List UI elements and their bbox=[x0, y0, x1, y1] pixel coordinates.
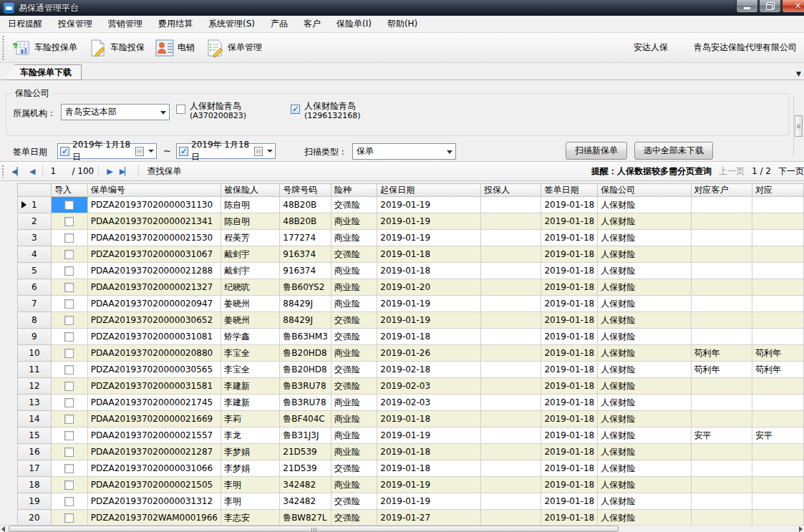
cell-plate[interactable]: 88429J bbox=[280, 312, 331, 329]
cell-insured[interactable]: 姜晓州 bbox=[221, 296, 280, 312]
cell-plate[interactable]: 916374 bbox=[280, 246, 331, 263]
cell-customer2[interactable] bbox=[752, 296, 804, 312]
cell-applicant[interactable] bbox=[481, 263, 541, 279]
cell-sign[interactable]: 2019-01-18 bbox=[541, 345, 598, 362]
cell-policy[interactable]: PDAA201937020000020947 bbox=[87, 296, 221, 312]
cell-import[interactable] bbox=[51, 444, 87, 460]
last-page-icon[interactable]: ▶▏ bbox=[116, 167, 134, 176]
cell-customer[interactable] bbox=[691, 510, 752, 526]
cell-insured[interactable]: 李宝全 bbox=[221, 345, 280, 362]
import-checkbox[interactable] bbox=[64, 266, 74, 276]
cell-insured[interactable]: 姜晓州 bbox=[221, 312, 280, 329]
toolbar-button-3[interactable]: 保单管理 bbox=[201, 35, 268, 61]
cell-risk[interactable]: 商业险 bbox=[331, 279, 377, 296]
cell-applicant[interactable] bbox=[481, 362, 541, 378]
cell-sign[interactable]: 2019-01-18 bbox=[541, 246, 598, 263]
cell-customer[interactable] bbox=[691, 378, 752, 395]
cell-risk[interactable]: 商业险 bbox=[331, 427, 377, 444]
row-header[interactable]: 12 bbox=[18, 378, 52, 395]
cell-policy[interactable]: PDAA201937020000021669 bbox=[87, 411, 221, 427]
cell-company[interactable]: 人保财险 bbox=[598, 378, 691, 395]
cell-sign[interactable]: 2019-01-18 bbox=[541, 411, 598, 427]
cell-sign[interactable]: 2019-01-18 bbox=[541, 312, 598, 329]
restore-button[interactable] bbox=[759, 0, 781, 13]
cell-customer2[interactable] bbox=[752, 493, 804, 510]
close-button[interactable]: ✕ bbox=[782, 0, 804, 13]
cell-applicant[interactable] bbox=[481, 279, 541, 296]
cell-import[interactable] bbox=[51, 395, 87, 411]
cell-customer[interactable] bbox=[691, 460, 752, 477]
cell-policy[interactable]: PDZA201937020000031312 bbox=[87, 493, 221, 510]
cell-start[interactable]: 2019-02-18 bbox=[377, 362, 481, 378]
cell-import[interactable] bbox=[51, 263, 87, 279]
row-header[interactable]: 16 bbox=[18, 444, 52, 460]
checkbox-icon[interactable] bbox=[176, 105, 185, 114]
cell-policy[interactable]: PDZA201937020000031581 bbox=[87, 378, 221, 395]
cell-customer2[interactable] bbox=[752, 411, 804, 427]
cell-customer[interactable] bbox=[691, 279, 752, 296]
menu-item-5[interactable]: 产品 bbox=[263, 16, 296, 32]
tab-car-policy-download[interactable]: 车险保单下载 bbox=[4, 64, 82, 80]
cell-customer[interactable] bbox=[691, 230, 752, 246]
cell-import[interactable] bbox=[51, 197, 87, 213]
cell-risk[interactable]: 交强险 bbox=[331, 312, 377, 329]
toolbar-button-0[interactable]: 车险投保单 bbox=[8, 35, 84, 61]
scrollbar-thumb[interactable] bbox=[795, 115, 803, 137]
cell-sign[interactable]: 2019-01-18 bbox=[541, 329, 598, 345]
cell-risk[interactable]: 交强险 bbox=[331, 197, 377, 213]
table-row[interactable]: 10PDAA201937020000020880李宝全鲁B20HD8商业险201… bbox=[18, 345, 804, 362]
scrollbar-thumb[interactable] bbox=[9, 526, 619, 532]
cell-company[interactable]: 人保财险 bbox=[598, 411, 691, 427]
cell-sign[interactable]: 2019-01-18 bbox=[541, 263, 598, 279]
cell-sign[interactable]: 2019-01-18 bbox=[541, 477, 598, 493]
column-header-9[interactable]: 对应客户 bbox=[691, 184, 752, 197]
cell-insured[interactable]: 李宝全 bbox=[221, 362, 280, 378]
row-header[interactable]: 10 bbox=[18, 345, 52, 362]
cell-applicant[interactable] bbox=[481, 378, 541, 395]
cell-company[interactable]: 人保财险 bbox=[598, 230, 691, 246]
cell-import[interactable] bbox=[51, 460, 87, 477]
table-row[interactable]: 7PDAA201937020000020947姜晓州88429J商业险2019-… bbox=[18, 296, 804, 312]
cell-plate[interactable]: 鲁B3RU78 bbox=[280, 378, 331, 395]
org-select[interactable]: 青岛安达本部 bbox=[61, 104, 170, 120]
cell-applicant[interactable] bbox=[481, 296, 541, 312]
cell-plate[interactable]: 177274 bbox=[280, 230, 331, 246]
cell-customer2[interactable] bbox=[752, 444, 804, 460]
cell-start[interactable]: 2019-01-19 bbox=[377, 230, 481, 246]
cell-plate[interactable]: 鲁BW827L bbox=[280, 510, 331, 526]
cell-applicant[interactable] bbox=[481, 312, 541, 329]
cell-policy[interactable]: PDZA201937020000031066 bbox=[87, 460, 221, 477]
cell-start[interactable]: 2019-01-20 bbox=[377, 279, 481, 296]
menu-item-3[interactable]: 费用结算 bbox=[150, 16, 200, 32]
cell-import[interactable] bbox=[51, 230, 87, 246]
import-checkbox[interactable] bbox=[64, 233, 74, 243]
row-header[interactable]: 7 bbox=[18, 296, 52, 312]
table-row[interactable]: 14PDAA201937020000021669李莉鲁BF404C商业险2019… bbox=[18, 411, 804, 427]
cell-company[interactable]: 人保财险 bbox=[598, 477, 691, 493]
column-header-3[interactable]: 号牌号码 bbox=[280, 184, 331, 197]
cell-plate[interactable]: 鲁B3RU78 bbox=[280, 395, 331, 411]
cell-plate[interactable]: 鲁BF404C bbox=[280, 411, 331, 427]
cell-start[interactable]: 2019-01-18 bbox=[377, 329, 481, 345]
cell-import[interactable] bbox=[51, 362, 87, 378]
date-to-picker[interactable]: 2019年 1月18日 bbox=[176, 143, 276, 159]
menu-item-6[interactable]: 客户 bbox=[296, 16, 329, 32]
cell-customer[interactable]: 苟利年 bbox=[691, 345, 752, 362]
cell-risk[interactable]: 商业险 bbox=[331, 263, 377, 279]
cell-customer[interactable] bbox=[691, 296, 752, 312]
cell-start[interactable]: 2019-01-19 bbox=[377, 427, 481, 444]
cell-customer[interactable] bbox=[691, 444, 752, 460]
cell-company[interactable]: 人保财险 bbox=[598, 329, 691, 345]
cell-risk[interactable]: 商业险 bbox=[331, 296, 377, 312]
cell-sign[interactable]: 2019-01-18 bbox=[541, 444, 598, 460]
cell-applicant[interactable] bbox=[481, 213, 541, 230]
import-checkbox[interactable] bbox=[64, 332, 74, 342]
cell-customer2[interactable] bbox=[752, 246, 804, 263]
cell-insured[interactable]: 李明 bbox=[221, 493, 280, 510]
cell-risk[interactable]: 商业险 bbox=[331, 395, 377, 411]
cell-import[interactable] bbox=[51, 378, 87, 395]
cell-sign[interactable]: 2019-01-18 bbox=[541, 427, 598, 444]
cell-customer2[interactable] bbox=[752, 395, 804, 411]
cell-company[interactable]: 人保财险 bbox=[598, 460, 691, 477]
cell-start[interactable]: 2019-01-19 bbox=[377, 197, 481, 213]
